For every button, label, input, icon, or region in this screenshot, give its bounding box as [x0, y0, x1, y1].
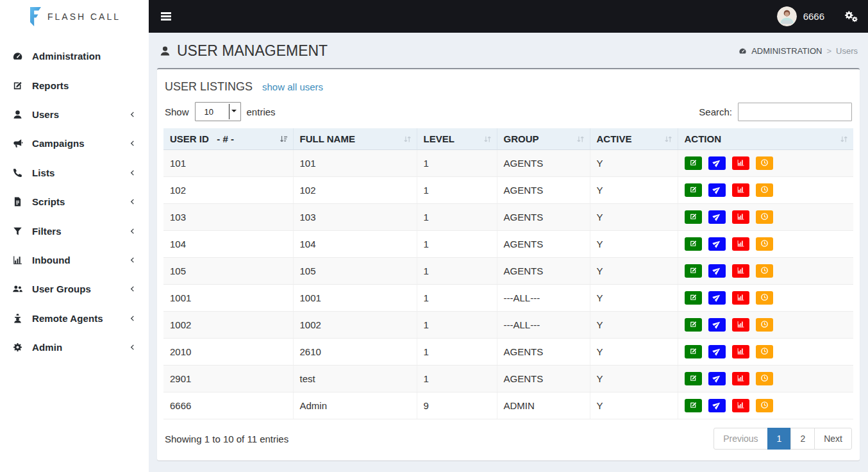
send-action-button[interactable]: [708, 237, 726, 251]
send-action-button[interactable]: [708, 264, 726, 278]
sidebar-item-reports[interactable]: Reports: [0, 71, 149, 99]
cell-group: ---ALL---: [497, 312, 590, 339]
column-header[interactable]: USER ID - # -: [163, 128, 293, 150]
stats-action-button[interactable]: [732, 291, 749, 305]
stats-action-button[interactable]: [732, 210, 749, 224]
table-row: 201026101AGENTSY: [163, 339, 853, 366]
send-action-button[interactable]: [708, 291, 726, 305]
time-action-button[interactable]: [756, 291, 773, 305]
send-action-button[interactable]: [708, 210, 726, 224]
cell-actions: [678, 177, 853, 204]
cell-user_id: 102: [163, 177, 293, 204]
column-header[interactable]: ACTION: [678, 128, 853, 150]
breadcrumb: ADMINISTRATION > Users: [739, 46, 858, 56]
send-action-button[interactable]: [708, 318, 726, 332]
edit-action-button[interactable]: [685, 237, 702, 251]
send-action-button[interactable]: [708, 345, 726, 358]
sidebar-item-inbound[interactable]: Inbound: [0, 246, 149, 274]
send-action-button[interactable]: [708, 399, 726, 412]
time-action-button[interactable]: [756, 318, 773, 332]
sidebar-item-users[interactable]: Users: [0, 100, 149, 129]
sidebar-item-remote-agents[interactable]: Remote Agents: [0, 304, 149, 333]
paper-plane-icon: [713, 158, 721, 169]
cell-active: Y: [590, 177, 678, 204]
cell-level: 1: [417, 339, 497, 366]
brand-logo[interactable]: FLASH CALL: [0, 0, 149, 33]
cell-active: Y: [590, 285, 678, 312]
cell-active: Y: [590, 392, 678, 419]
cell-user_id: 105: [163, 258, 293, 285]
sort-both-icon: [576, 134, 585, 144]
sidebar-item-campaigns[interactable]: Campaigns: [0, 129, 149, 158]
breadcrumb-section[interactable]: ADMINISTRATION: [751, 46, 822, 56]
time-action-button[interactable]: [756, 156, 773, 170]
time-action-button[interactable]: [756, 183, 773, 197]
time-action-button[interactable]: [756, 264, 773, 278]
gauge-icon: [11, 51, 24, 62]
time-action-button[interactable]: [756, 210, 773, 224]
edit-action-button[interactable]: [685, 183, 702, 197]
bar-chart-icon: [737, 320, 745, 330]
pagination-2-button[interactable]: 2: [790, 428, 815, 450]
sidebar-item-lists[interactable]: Lists: [0, 158, 149, 187]
sidebar-item-admin[interactable]: Admin: [0, 333, 149, 362]
table-row: 100210021---ALL---Y: [163, 312, 853, 339]
time-action-button[interactable]: [756, 372, 773, 385]
cell-user_id: 2901: [163, 366, 293, 392]
edit-action-button[interactable]: [685, 264, 702, 278]
cell-user_id: 103: [163, 204, 293, 231]
edit-action-button[interactable]: [685, 291, 702, 305]
search-input[interactable]: [738, 103, 852, 121]
edit-action-button[interactable]: [685, 156, 702, 170]
send-action-button[interactable]: [708, 156, 726, 170]
clock-icon: [760, 239, 769, 249]
bar-chart-icon: [737, 374, 745, 384]
column-header[interactable]: ACTIVE: [590, 128, 678, 150]
column-header[interactable]: FULL NAME: [293, 128, 417, 150]
stats-action-button[interactable]: [732, 399, 749, 412]
stats-action-button[interactable]: [732, 264, 749, 278]
settings-gears-icon[interactable]: [844, 11, 858, 22]
column-header[interactable]: LEVEL: [417, 128, 497, 150]
sidebar-item-user-groups[interactable]: User Groups: [0, 274, 149, 303]
time-action-button[interactable]: [756, 237, 773, 251]
cell-group: AGENTS: [497, 231, 590, 258]
users-table: USER ID - # -FULL NAMELEVELGROUPACTIVEAC…: [163, 128, 853, 419]
sidebar-item-administration[interactable]: Administration: [0, 42, 149, 71]
edit-action-button[interactable]: [685, 372, 702, 385]
send-action-button[interactable]: [708, 372, 726, 385]
pagination-next-button[interactable]: Next: [814, 428, 852, 450]
cell-actions: [678, 392, 853, 419]
stats-action-button[interactable]: [732, 156, 749, 170]
stats-action-button[interactable]: [732, 237, 749, 251]
show-all-users-link[interactable]: show all users: [262, 81, 323, 92]
user-icon: [11, 109, 24, 120]
cell-level: 1: [417, 231, 497, 258]
page-length-select[interactable]: 10: [195, 102, 241, 121]
stats-action-button[interactable]: [732, 318, 749, 332]
send-action-button[interactable]: [708, 183, 726, 197]
time-action-button[interactable]: [756, 399, 773, 412]
stats-action-button[interactable]: [732, 345, 749, 358]
edit-action-button[interactable]: [685, 399, 702, 412]
sidebar-item-scripts[interactable]: Scripts: [0, 187, 149, 216]
pencil-square-icon: [689, 185, 697, 196]
edit-action-button[interactable]: [685, 345, 702, 358]
table-row: 1021021AGENTSY: [163, 177, 853, 204]
flash-call-logo-icon: [28, 7, 42, 26]
column-header[interactable]: GROUP: [497, 128, 590, 150]
sidebar-item-filters[interactable]: Filters: [0, 216, 149, 245]
pagination-1-button[interactable]: 1: [767, 428, 792, 450]
edit-action-button[interactable]: [685, 210, 702, 224]
user-avatar[interactable]: [777, 6, 797, 26]
time-action-button[interactable]: [756, 345, 773, 358]
sidebar-item-label: Administration: [32, 51, 101, 62]
pagination-previous-button[interactable]: Previous: [714, 428, 767, 450]
stats-action-button[interactable]: [732, 183, 749, 197]
stats-action-button[interactable]: [732, 372, 749, 385]
sidebar-toggle-button[interactable]: [157, 7, 175, 26]
sidebar-item-label: Inbound: [32, 255, 71, 266]
edit-action-button[interactable]: [685, 318, 702, 332]
sidebar-item-label: Campaigns: [32, 138, 85, 149]
sidebar-item-label: Remote Agents: [32, 313, 103, 324]
